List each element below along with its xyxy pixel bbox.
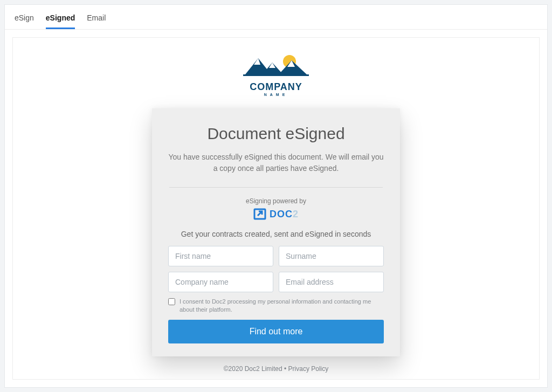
consent-text: I consent to Doc2 processing my personal…: [180, 298, 384, 314]
mountain-logo-icon: [241, 53, 311, 82]
tab-esign[interactable]: eSign: [15, 10, 34, 29]
esigned-card: Document eSigned You have successfully e…: [152, 108, 400, 356]
lead-form-grid: [168, 246, 384, 292]
tab-esigned[interactable]: eSigned: [46, 10, 75, 29]
email-address-input[interactable]: [279, 272, 384, 292]
card-body-text: You have successfully eSigned this docum…: [168, 152, 384, 174]
provider-logo: DOC2: [168, 208, 384, 220]
powered-by-label: eSigning powered by: [168, 197, 384, 205]
page-footer: ©2020 Doc2 Limited • Privacy Policy: [224, 365, 328, 373]
svg-rect-2: [251, 72, 252, 74]
consent-row[interactable]: I consent to Doc2 processing my personal…: [168, 298, 384, 314]
svg-rect-4: [303, 72, 305, 74]
company-logo-name: COMPANY: [250, 81, 302, 93]
surname-input[interactable]: [279, 246, 384, 266]
app-frame: eSign eSigned Email COMPANY NAME: [4, 4, 548, 388]
company-logo-subline: NAME: [264, 93, 288, 97]
privacy-policy-link[interactable]: Privacy Policy: [288, 365, 329, 373]
find-out-more-button[interactable]: Find out more: [168, 320, 384, 343]
footer-copyright: ©2020 Doc2 Limited: [224, 365, 282, 373]
page-content: COMPANY NAME Document eSigned You have s…: [12, 37, 540, 380]
doc2-arrow-icon: [253, 208, 266, 220]
consent-checkbox[interactable]: [168, 298, 175, 305]
divider: [169, 187, 383, 188]
footer-separator: •: [282, 365, 288, 373]
tab-email[interactable]: Email: [87, 10, 106, 29]
cta-tagline: Get your contracts created, sent and eSi…: [168, 230, 384, 238]
company-name-input[interactable]: [168, 272, 273, 292]
first-name-input[interactable]: [168, 246, 273, 266]
company-logo: COMPANY NAME: [241, 53, 311, 97]
svg-rect-3: [300, 72, 301, 74]
tabs-bar: eSign eSigned Email: [5, 5, 547, 30]
svg-rect-1: [247, 72, 249, 74]
card-title: Document eSigned: [168, 125, 384, 143]
provider-brand-text: DOC2: [270, 209, 299, 220]
